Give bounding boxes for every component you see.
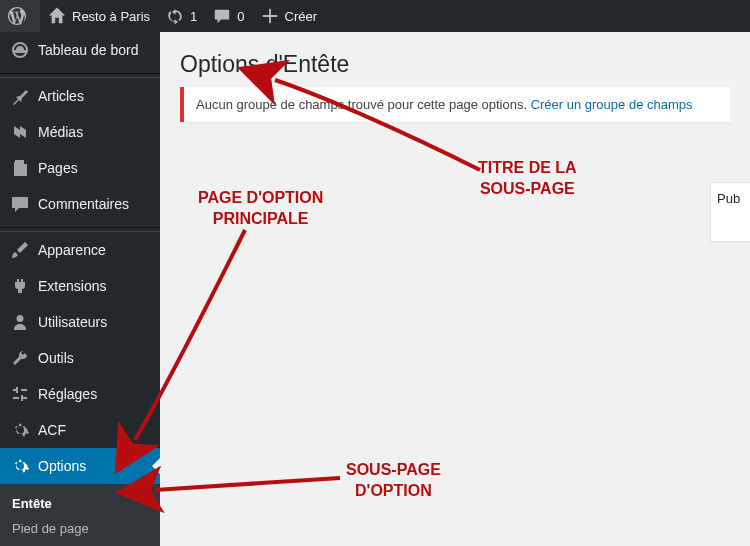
site-name-link[interactable]: Resto à Paris (40, 0, 158, 32)
submenu-item-entete[interactable]: Entête (0, 491, 160, 516)
sidebar-item-pages[interactable]: Pages (0, 150, 160, 186)
notice-link[interactable]: Créer un groupe de champs (531, 97, 693, 112)
page-title: Options d'Entête (180, 42, 730, 82)
sidebar-item-settings[interactable]: Réglages (0, 376, 160, 412)
updates-link[interactable]: 1 (158, 0, 205, 32)
plug-icon (10, 276, 30, 296)
wordpress-icon (8, 7, 26, 25)
comments-link[interactable]: 0 (205, 0, 252, 32)
annotation-label-title: TITRE DE LA SOUS-PAGE (478, 158, 577, 200)
new-content-label: Créer (285, 9, 318, 24)
user-icon (10, 312, 30, 332)
sidebar-item-label: Commentaires (38, 196, 129, 212)
sidebar-item-label: Pages (38, 160, 78, 176)
sidebar-item-label: ACF (38, 422, 66, 438)
comments-count: 0 (237, 9, 244, 24)
sidebar-item-label: Apparence (38, 242, 106, 258)
publish-metabox-fragment: Pub (710, 182, 750, 242)
content-area: Options d'Entête Aucun groupe de champs … (160, 32, 750, 546)
sidebar-item-posts[interactable]: Articles (0, 78, 160, 114)
sidebar-item-label: Tableau de bord (38, 42, 138, 58)
sidebar-item-acf[interactable]: ACF (0, 412, 160, 448)
annotation-label-subpage: SOUS-PAGE D'OPTION (346, 460, 441, 502)
sliders-icon (10, 384, 30, 404)
sidebar-item-tools[interactable]: Outils (0, 340, 160, 376)
new-content-link[interactable]: Créer (253, 0, 326, 32)
svg-rect-4 (13, 397, 19, 399)
sidebar-item-options[interactable]: Options (0, 448, 160, 484)
sidebar-item-label: Médias (38, 124, 83, 140)
comments-icon (10, 194, 30, 214)
pages-icon (10, 158, 30, 178)
sidebar-item-media[interactable]: Médias (0, 114, 160, 150)
notice-text: Aucun groupe de champs trouvé pour cette… (196, 97, 531, 112)
svg-rect-2 (16, 160, 24, 174)
site-name-label: Resto à Paris (72, 9, 150, 24)
sidebar-item-appearance[interactable]: Apparence (0, 232, 160, 268)
sidebar-item-label: Extensions (38, 278, 106, 294)
comment-icon (213, 7, 231, 25)
notice-error: Aucun groupe de champs trouvé pour cette… (180, 87, 730, 122)
sidebar-item-dashboard[interactable]: Tableau de bord (0, 32, 160, 68)
plus-icon (261, 7, 279, 25)
submenu-item-pied[interactable]: Pied de page (0, 516, 160, 541)
wrench-icon (10, 348, 30, 368)
wp-logo[interactable] (0, 0, 40, 32)
sidebar-submenu-options: Entête Pied de page (0, 484, 160, 546)
sidebar-item-label: Options (38, 458, 86, 474)
sidebar-item-label: Articles (38, 88, 84, 104)
admin-toolbar: Resto à Paris 1 0 Créer (0, 0, 750, 32)
brush-icon (10, 240, 30, 260)
pin-icon (10, 86, 30, 106)
sidebar-item-plugins[interactable]: Extensions (0, 268, 160, 304)
home-icon (48, 7, 66, 25)
sidebar-item-label: Réglages (38, 386, 97, 402)
admin-sidebar: Tableau de bord Articles Médias Pages Co… (0, 32, 160, 546)
updates-count: 1 (190, 9, 197, 24)
sidebar-item-label: Utilisateurs (38, 314, 107, 330)
svg-rect-5 (21, 397, 27, 399)
gear-icon (10, 456, 30, 476)
annotation-label-main-option: PAGE D'OPTION PRINCIPALE (198, 188, 323, 230)
refresh-icon (166, 7, 184, 25)
media-icon (10, 122, 30, 142)
gear-icon (10, 420, 30, 440)
dashboard-icon (10, 40, 30, 60)
sidebar-item-comments[interactable]: Commentaires (0, 186, 160, 222)
sidebar-item-users[interactable]: Utilisateurs (0, 304, 160, 340)
sidebar-item-label: Outils (38, 350, 74, 366)
